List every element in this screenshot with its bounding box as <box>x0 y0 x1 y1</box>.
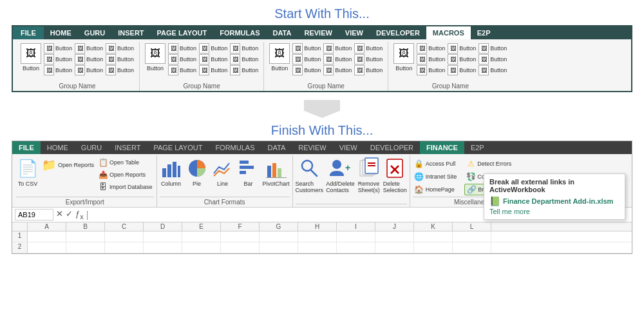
top-sm-btn-7c[interactable]: 🖼Button <box>292 65 321 75</box>
finance-tab-pagelayout[interactable]: PAGE LAYOUT <box>147 141 209 154</box>
top-tab-pagelayout[interactable]: PAGE LAYOUT <box>151 26 214 39</box>
top-sm-btn-10c[interactable]: 🖼Button <box>417 65 445 75</box>
send-table-button[interactable]: 📤 Open Reports <box>97 169 154 181</box>
top-sm-btn-2a[interactable]: 🖼Button <box>75 43 103 54</box>
cell-f2[interactable] <box>221 242 260 253</box>
top-tab-formulas[interactable]: FORMULAS <box>213 26 266 39</box>
col-header-i[interactable]: I <box>337 222 375 231</box>
formula-function-icon[interactable]: ƒx <box>75 209 84 220</box>
top-sm-btn-3a[interactable]: 🖼Button <box>106 43 134 54</box>
top-sm-btn-10a[interactable]: 🖼Button <box>417 43 445 54</box>
cell-i2[interactable] <box>337 242 375 253</box>
top-sm-btn-2c[interactable]: 🖼Button <box>75 65 103 75</box>
top-tab-guru[interactable]: GURU <box>78 26 111 39</box>
top-sm-btn-10b[interactable]: 🖼Button <box>417 54 445 64</box>
line-chart-button[interactable]: Line <box>211 157 234 187</box>
top-sm-btn-6a[interactable]: 🖼Button <box>230 43 258 54</box>
homepage-button[interactable]: 🏠 HomePage <box>413 184 459 195</box>
col-header-d[interactable]: D <box>144 222 182 231</box>
finance-tab-formulas[interactable]: FORMULAS <box>209 141 261 154</box>
open-reports-button[interactable]: 📁 Open Reports <box>42 158 94 172</box>
top-sm-btn-11b[interactable]: 🖼Button <box>448 54 476 64</box>
top-sm-btn-9a[interactable]: 🖼Button <box>354 43 383 54</box>
top-tab-review[interactable]: REVIEW <box>298 26 338 39</box>
bar-chart-button[interactable]: Bar <box>237 157 260 187</box>
col-header-f[interactable]: F <box>221 222 260 231</box>
top-sm-btn-3c[interactable]: 🖼Button <box>106 65 134 75</box>
top-sm-btn-4c[interactable]: 🖼Button <box>168 65 196 75</box>
column-chart-button[interactable]: Column <box>160 157 183 187</box>
col-header-j[interactable]: J <box>375 222 414 231</box>
col-header-b[interactable]: B <box>66 222 105 231</box>
cell-e1[interactable] <box>182 231 221 242</box>
col-header-c[interactable]: C <box>105 222 144 231</box>
cell-a1[interactable] <box>28 231 66 242</box>
col-header-g[interactable]: G <box>260 222 298 231</box>
formula-cancel-icon[interactable]: ✕ <box>56 209 63 220</box>
cell-d1[interactable] <box>144 231 182 242</box>
top-sm-btn-6b[interactable]: 🖼Button <box>230 54 258 64</box>
top-sm-btn-4a[interactable]: 🖼Button <box>168 43 196 54</box>
top-tab-macros[interactable]: MACROS <box>426 26 471 39</box>
cell-j2[interactable] <box>375 242 414 253</box>
col-header-l[interactable]: L <box>453 222 491 231</box>
top-tab-home[interactable]: HOME <box>44 26 78 39</box>
finance-tab-review[interactable]: REVIEW <box>292 141 332 154</box>
top-tab-view[interactable]: VIEW <box>339 26 370 39</box>
top-sm-btn-4b[interactable]: 🖼Button <box>168 54 196 64</box>
remove-sheets-button[interactable]: RemoveSheet(s) <box>357 157 381 193</box>
finance-tab-guru[interactable]: GURU <box>75 141 108 154</box>
top-sm-btn-8a[interactable]: 🖼Button <box>323 43 352 54</box>
top-sm-btn-2b[interactable]: 🖼Button <box>75 54 103 64</box>
cell-k1[interactable] <box>414 231 453 242</box>
cell-h1[interactable] <box>298 231 337 242</box>
import-database-button[interactable]: 🗄 Import Database <box>97 181 154 193</box>
delete-selection-button[interactable]: DeleteSelection <box>383 157 407 193</box>
access-pull-button[interactable]: 🔒 Access Pull <box>413 158 459 170</box>
cell-g2[interactable] <box>260 242 298 253</box>
cell-b2[interactable] <box>66 242 105 253</box>
top-sm-btn-6c[interactable]: 🖼Button <box>230 65 258 75</box>
top-large-btn-3[interactable]: 🖼 Button <box>269 43 290 75</box>
cell-c2[interactable] <box>105 242 144 253</box>
finance-tab-developer[interactable]: DEVELOPER <box>364 141 420 154</box>
cell-reference-input[interactable] <box>15 209 53 220</box>
top-sm-btn-8b[interactable]: 🖼Button <box>323 54 352 64</box>
col-header-e[interactable]: E <box>182 222 221 231</box>
tell-me-more-link[interactable]: Tell me more <box>489 208 620 215</box>
top-sm-btn-12b[interactable]: 🖼Button <box>478 54 507 64</box>
top-tab-developer[interactable]: DEVELOPER <box>370 26 426 39</box>
cell-e2[interactable] <box>182 242 221 253</box>
top-sm-btn-1b[interactable]: 🖼Button <box>44 54 72 64</box>
finance-tab-view[interactable]: VIEW <box>333 141 364 154</box>
top-sm-btn-12a[interactable]: 🖼Button <box>478 43 507 54</box>
top-sm-btn-9c[interactable]: 🖼Button <box>354 65 383 75</box>
cell-d2[interactable] <box>144 242 182 253</box>
formula-confirm-icon[interactable]: ✓ <box>66 209 73 220</box>
cell-l2[interactable] <box>453 242 491 253</box>
top-large-btn-4[interactable]: 🖼 Button <box>393 43 414 75</box>
cell-i1[interactable] <box>337 231 375 242</box>
top-sm-btn-9b[interactable]: 🖼Button <box>354 54 383 64</box>
tooltip-file-link[interactable]: 📗 Finance Department Add-in.xlsm <box>489 196 620 206</box>
cell-j1[interactable] <box>375 231 414 242</box>
intranet-site-button[interactable]: 🌐 Intranet Site <box>413 171 459 182</box>
finance-tab-finance[interactable]: FINANCE <box>420 141 464 154</box>
add-delete-contacts-button[interactable]: + Add/DeleteContacts <box>326 157 355 193</box>
top-sm-btn-12c[interactable]: 🖼Button <box>478 65 507 75</box>
pivotchart-button[interactable]: PivotChart <box>263 157 290 187</box>
top-sm-btn-5c[interactable]: 🖼Button <box>199 65 227 75</box>
top-sm-btn-11a[interactable]: 🖼Button <box>448 43 476 54</box>
cell-c1[interactable] <box>105 231 144 242</box>
cell-b1[interactable] <box>66 231 105 242</box>
open-table-button[interactable]: 📋 Open Table <box>97 157 154 168</box>
col-header-a[interactable]: A <box>28 222 66 231</box>
cell-a2[interactable] <box>28 242 66 253</box>
top-sm-btn-5a[interactable]: 🖼Button <box>199 43 227 54</box>
col-header-h[interactable]: H <box>298 222 337 231</box>
finance-tab-e2p[interactable]: E2P <box>464 141 491 154</box>
cell-g1[interactable] <box>260 231 298 242</box>
finance-tab-file[interactable]: FILE <box>12 141 41 154</box>
finance-tab-home[interactable]: HOME <box>41 141 75 154</box>
top-sm-btn-5b[interactable]: 🖼Button <box>199 54 227 64</box>
